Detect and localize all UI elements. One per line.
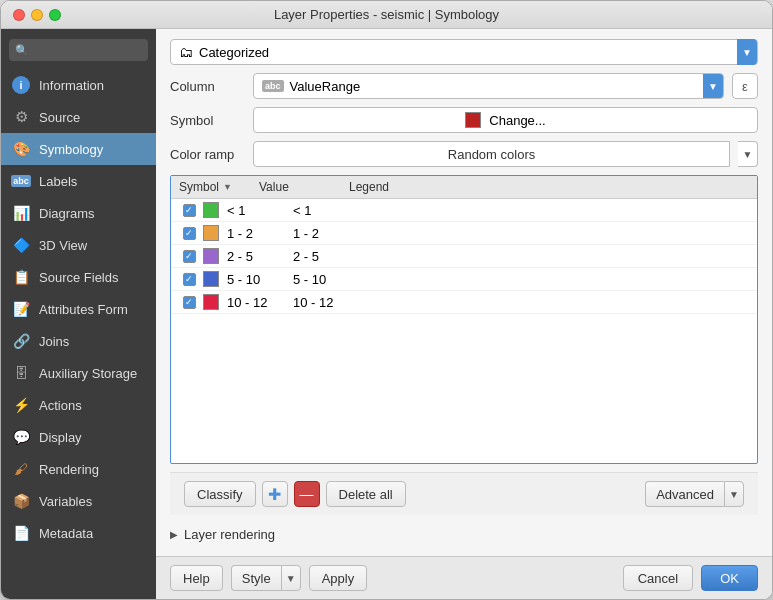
- row-checkbox[interactable]: ✓: [179, 273, 199, 286]
- sidebar-item-joins[interactable]: 🔗 Joins: [1, 325, 156, 357]
- abc-badge: abc: [262, 80, 284, 92]
- checkbox-checked[interactable]: ✓: [183, 296, 196, 309]
- symbol-change-label: Change...: [489, 113, 545, 128]
- table-row[interactable]: ✓ 5 - 10 5 - 10: [171, 268, 757, 291]
- classify-toolbar: Classify ✚ — Delete all Advanced ▼: [170, 472, 758, 515]
- column-header-value: Value: [259, 180, 349, 194]
- expression-button[interactable]: ε: [732, 73, 758, 99]
- sidebar-item-rendering[interactable]: 🖌 Rendering: [1, 453, 156, 485]
- color-swatch: [203, 271, 219, 287]
- sidebar-item-source[interactable]: ⚙ Source: [1, 101, 156, 133]
- sidebar-item-label: Rendering: [39, 462, 99, 477]
- checkbox-checked[interactable]: ✓: [183, 204, 196, 217]
- renderer-type-row: 🗂 Categorized ▼: [170, 39, 758, 65]
- sidebar-item-actions[interactable]: ⚡ Actions: [1, 389, 156, 421]
- help-button[interactable]: Help: [170, 565, 223, 591]
- sidebar-item-diagrams[interactable]: 📊 Diagrams: [1, 197, 156, 229]
- search-icon: 🔍: [15, 44, 29, 57]
- style-main-button[interactable]: Style: [231, 565, 281, 591]
- layer-rendering-label: Layer rendering: [184, 527, 275, 542]
- sidebar-item-3dview[interactable]: 🔷 3D View: [1, 229, 156, 261]
- sidebar-item-label: Auxiliary Storage: [39, 366, 137, 381]
- cell-value: 2 - 5: [219, 249, 289, 264]
- remove-category-button[interactable]: —: [294, 481, 320, 507]
- column-header-symbol: Symbol ▼: [179, 180, 259, 194]
- brush-icon: 🎨: [11, 139, 31, 159]
- advanced-dropdown-arrow[interactable]: ▼: [724, 481, 744, 507]
- table-header: Symbol ▼ Value Legend: [171, 176, 757, 199]
- form-icon: 📝: [11, 299, 31, 319]
- sidebar-item-labels[interactable]: abc Labels: [1, 165, 156, 197]
- bar-chart-icon: 📊: [11, 203, 31, 223]
- column-label: Column: [170, 79, 245, 94]
- table-row[interactable]: ✓ < 1 < 1: [171, 199, 757, 222]
- sidebar-item-attributes-form[interactable]: 📝 Attributes Form: [1, 293, 156, 325]
- sidebar-item-variables[interactable]: 📦 Variables: [1, 485, 156, 517]
- apply-button[interactable]: Apply: [309, 565, 368, 591]
- cancel-button[interactable]: Cancel: [623, 565, 693, 591]
- color-ramp-value: Random colors: [448, 147, 535, 162]
- ok-button[interactable]: OK: [701, 565, 758, 591]
- search-bar[interactable]: 🔍: [9, 39, 148, 61]
- classify-button[interactable]: Classify: [184, 481, 256, 507]
- display-icon: 💬: [11, 427, 31, 447]
- column-value: ValueRange: [290, 79, 361, 94]
- renderer-dropdown-arrow[interactable]: ▼: [737, 39, 757, 65]
- sidebar-item-symbology[interactable]: 🎨 Symbology: [1, 133, 156, 165]
- color-swatch: [203, 225, 219, 241]
- table-row[interactable]: ✓ 10 - 12 10 - 12: [171, 291, 757, 314]
- cell-value: 1 - 2: [219, 226, 289, 241]
- checkbox-checked[interactable]: ✓: [183, 227, 196, 240]
- sidebar-item-label: 3D View: [39, 238, 87, 253]
- row-checkbox[interactable]: ✓: [179, 296, 199, 309]
- advanced-button-group: Advanced ▼: [645, 481, 744, 507]
- checkbox-checked[interactable]: ✓: [183, 273, 196, 286]
- search-input[interactable]: [33, 43, 142, 57]
- sidebar-item-auxiliary-storage[interactable]: 🗄 Auxiliary Storage: [1, 357, 156, 389]
- column-dropdown[interactable]: abc ValueRange ▼: [253, 73, 724, 99]
- expand-arrow-icon: ▶: [170, 529, 178, 540]
- cell-legend: < 1: [289, 203, 749, 218]
- join-icon: 🔗: [11, 331, 31, 351]
- table-row[interactable]: ✓ 1 - 2 1 - 2: [171, 222, 757, 245]
- advanced-main-button[interactable]: Advanced: [645, 481, 724, 507]
- minimize-button[interactable]: [31, 9, 43, 21]
- color-swatch: [203, 202, 219, 218]
- column-dropdown-arrow[interactable]: ▼: [703, 74, 723, 98]
- column-header-legend: Legend: [349, 180, 749, 194]
- layer-rendering-section[interactable]: ▶ Layer rendering: [170, 523, 758, 546]
- traffic-lights: [13, 9, 61, 21]
- cell-legend: 10 - 12: [289, 295, 749, 310]
- maximize-button[interactable]: [49, 9, 61, 21]
- column-row: Column abc ValueRange ▼ ε: [170, 73, 758, 99]
- sidebar-item-metadata[interactable]: 📄 Metadata: [1, 517, 156, 549]
- sidebar-item-label: Source Fields: [39, 270, 118, 285]
- vars-icon: 📦: [11, 491, 31, 511]
- checkbox-checked[interactable]: ✓: [183, 250, 196, 263]
- sidebar-item-display[interactable]: 💬 Display: [1, 421, 156, 453]
- sidebar-item-label: Attributes Form: [39, 302, 128, 317]
- row-checkbox[interactable]: ✓: [179, 250, 199, 263]
- sort-icon[interactable]: ▼: [223, 182, 232, 192]
- row-checkbox[interactable]: ✓: [179, 227, 199, 240]
- sidebar-item-source-fields[interactable]: 📋 Source Fields: [1, 261, 156, 293]
- symbol-change-button[interactable]: Change...: [253, 107, 758, 133]
- sidebar-item-information[interactable]: i Information: [1, 69, 156, 101]
- color-ramp-label: Color ramp: [170, 147, 245, 162]
- table-row[interactable]: ✓ 2 - 5 2 - 5: [171, 245, 757, 268]
- table-body: ✓ < 1 < 1 ✓ 1 - 2 1 - 2: [171, 199, 757, 463]
- color-ramp-arrow[interactable]: ▼: [738, 141, 758, 167]
- cell-legend: 2 - 5: [289, 249, 749, 264]
- renderer-type-dropdown[interactable]: 🗂 Categorized ▼: [170, 39, 758, 65]
- renderer-type-label: Categorized: [199, 45, 269, 60]
- row-checkbox[interactable]: ✓: [179, 204, 199, 217]
- sidebar-item-label: Actions: [39, 398, 82, 413]
- add-category-button[interactable]: ✚: [262, 481, 288, 507]
- titlebar: Layer Properties - seismic | Symbology: [1, 1, 772, 29]
- close-button[interactable]: [13, 9, 25, 21]
- style-dropdown-arrow[interactable]: ▼: [281, 565, 301, 591]
- color-ramp-dropdown[interactable]: Random colors: [253, 141, 730, 167]
- actions-icon: ⚡: [11, 395, 31, 415]
- sidebar-item-label: Diagrams: [39, 206, 95, 221]
- delete-all-button[interactable]: Delete all: [326, 481, 406, 507]
